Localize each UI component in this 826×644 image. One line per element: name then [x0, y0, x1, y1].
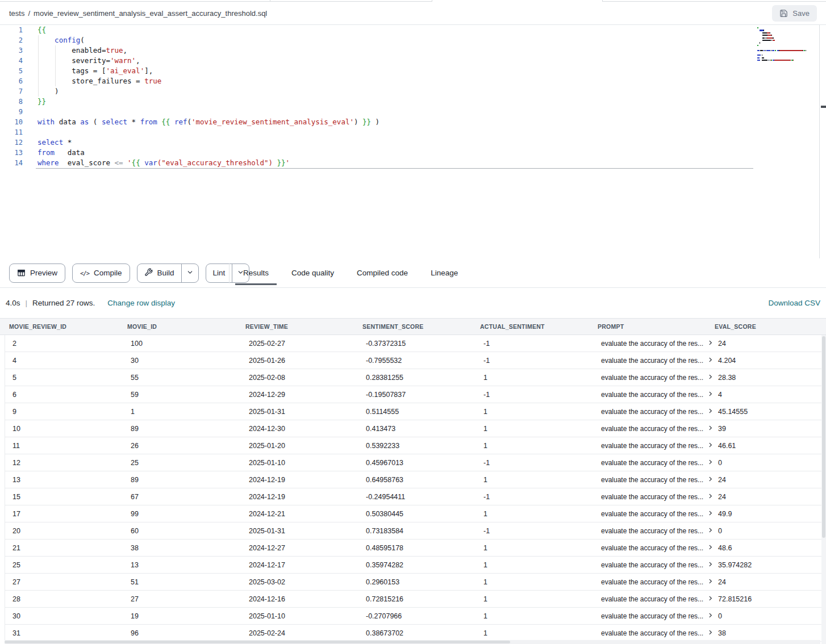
cell-review-time: 2025-02-08 [241, 374, 358, 382]
download-csv-link[interactable]: Download CSV [768, 299, 820, 307]
code-line[interactable]: 4 severity='warn', [0, 56, 826, 66]
cell-actual-sentiment: -1 [476, 459, 594, 467]
cell-prompt[interactable]: evaluate the accuracy of the res... [594, 476, 711, 484]
line-number: 7 [0, 86, 23, 97]
code-line[interactable]: 8}} [0, 97, 826, 107]
line-number: 12 [0, 137, 23, 148]
line-number: 9 [0, 107, 23, 117]
cell-prompt[interactable]: evaluate the accuracy of the res... [594, 612, 711, 620]
indent-guide [55, 45, 56, 86]
tab-code-quality[interactable]: Code quality [289, 258, 336, 287]
code-line[interactable]: 12select * [0, 137, 826, 148]
cell-sentiment-score: 0.64958763 [358, 476, 476, 484]
scrollbar-thumb[interactable] [5, 641, 510, 643]
build-dropdown-button[interactable] [181, 264, 198, 282]
table-row: 28272024-12-160.728152161evaluate the ac… [5, 591, 826, 608]
cell-prompt[interactable]: evaluate the accuracy of the res... [594, 391, 711, 399]
breadcrumb[interactable]: tests/movie_review_sentiment_analysis_ev… [9, 9, 267, 18]
code-line[interactable]: 1{{ [0, 25, 826, 35]
code-line[interactable]: 11 [0, 127, 826, 137]
cell-eval-score: 24 [711, 578, 826, 586]
lint-button[interactable]: Lint [206, 264, 232, 282]
query-duration: 4.0s [6, 299, 20, 307]
table-row: 11262025-01-200.53922331evaluate the acc… [5, 437, 826, 454]
prompt-text: evaluate the accuracy of the res... [601, 612, 703, 620]
cell-prompt[interactable]: evaluate the accuracy of the res... [594, 629, 711, 637]
cell-movie-review-id: 9 [5, 408, 123, 416]
cell-sentiment-score: 0.5392233 [358, 442, 476, 450]
cell-eval-score: 48.6 [711, 544, 826, 552]
code-text: config( [37, 35, 85, 45]
save-button[interactable]: Save [772, 5, 817, 22]
minimap[interactable] [757, 27, 816, 61]
cell-movie-id: 100 [123, 340, 241, 348]
results-table-header: MOVIE_REVIEW_IDMOVIE_IDREVIEW_TIMESENTIM… [0, 318, 826, 335]
indent-guide [38, 35, 39, 97]
cell-prompt[interactable]: evaluate the accuracy of the res... [594, 374, 711, 382]
prompt-text: evaluate the accuracy of the res... [601, 493, 703, 501]
editor-header: tests/movie_review_sentiment_analysis_ev… [0, 2, 826, 25]
cell-prompt[interactable]: evaluate the accuracy of the res... [594, 408, 711, 416]
prompt-text: evaluate the accuracy of the res... [601, 527, 703, 535]
cell-prompt[interactable]: evaluate the accuracy of the res... [594, 510, 711, 518]
compile-label: Compile [94, 269, 122, 277]
cell-prompt[interactable]: evaluate the accuracy of the res... [594, 442, 711, 450]
scrollbar-thumb[interactable] [822, 336, 825, 538]
column-header: PROMPT [589, 323, 706, 330]
cell-prompt[interactable]: evaluate the accuracy of the res... [594, 340, 711, 348]
rows-returned-message: Returned 27 rows. [32, 299, 95, 307]
tab-strip-segment [602, 0, 826, 2]
table-row: 15672024-12-19-0.24954411-1evaluate the … [5, 488, 826, 505]
ide-window: tests/movie_review_sentiment_analysis_ev… [0, 0, 826, 644]
compile-button[interactable]: </> Compile [72, 264, 130, 283]
code-line[interactable]: 9 [0, 107, 826, 117]
cell-sentiment-score: 0.413473 [358, 425, 476, 433]
table-row: 5552025-02-080.283812551evaluate the acc… [5, 369, 826, 386]
editor-right-border [819, 25, 820, 258]
table-row: 912025-01-310.51145551evaluate the accur… [5, 403, 826, 420]
change-row-display-link[interactable]: Change row display [107, 299, 175, 307]
cell-sentiment-score: -0.19507837 [358, 391, 476, 399]
cell-prompt[interactable]: evaluate the accuracy of the res... [594, 425, 711, 433]
sql-editor[interactable]: 1{{2 config(3 enabled=true,4 severity='w… [0, 25, 826, 258]
code-line[interactable]: 10with data as ( select * from {{ ref('m… [0, 117, 826, 127]
table-vertical-scrollbar[interactable] [821, 335, 826, 644]
cell-sentiment-score: -0.2707966 [358, 612, 476, 620]
cell-actual-sentiment: 1 [476, 561, 594, 569]
cell-movie-id: 99 [123, 510, 241, 518]
prompt-text: evaluate the accuracy of the res... [601, 595, 703, 603]
cell-movie-id: 19 [123, 612, 241, 620]
file-tab-strip [0, 0, 826, 2]
cell-eval-score: 0 [711, 612, 826, 620]
code-line[interactable]: 13from data [0, 148, 826, 158]
cell-prompt[interactable]: evaluate the accuracy of the res... [594, 357, 711, 365]
code-line[interactable]: 5 tags = ['ai_eval'], [0, 66, 826, 76]
tab-compiled-code[interactable]: Compiled code [354, 258, 410, 287]
table-row: 30192025-01-10-0.27079661evaluate the ac… [5, 608, 826, 625]
cell-prompt[interactable]: evaluate the accuracy of the res... [594, 527, 711, 535]
cell-prompt[interactable]: evaluate the accuracy of the res... [594, 578, 711, 586]
build-button[interactable]: Build [137, 264, 181, 282]
tab-results[interactable]: Results [241, 258, 271, 287]
code-line[interactable]: 3 enabled=true, [0, 45, 826, 56]
cell-prompt[interactable]: evaluate the accuracy of the res... [594, 493, 711, 501]
code-text: select * [37, 137, 72, 148]
line-number: 3 [0, 45, 23, 56]
cell-actual-sentiment: -1 [476, 340, 594, 348]
code-text: severity='warn', [37, 56, 140, 66]
code-line[interactable]: 7 ) [0, 86, 826, 97]
table-horizontal-scrollbar[interactable] [5, 640, 820, 644]
cell-prompt[interactable]: evaluate the accuracy of the res... [594, 459, 711, 467]
cell-prompt[interactable]: evaluate the accuracy of the res... [594, 595, 711, 603]
cell-prompt[interactable]: evaluate the accuracy of the res... [594, 561, 711, 569]
scrollbar-handle[interactable] [821, 106, 826, 108]
breadcrumb-folder[interactable]: tests [9, 9, 24, 18]
preview-button[interactable]: Preview [9, 264, 65, 283]
cell-movie-id: 89 [123, 425, 241, 433]
toolbar-divider [229, 263, 230, 283]
code-line[interactable]: 2 config( [0, 35, 826, 45]
tab-lineage[interactable]: Lineage [428, 258, 460, 287]
code-line[interactable]: 6 store_failures = true [0, 76, 826, 86]
code-line[interactable]: 14where eval_score <= '{{ var("eval_accu… [0, 158, 826, 168]
cell-prompt[interactable]: evaluate the accuracy of the res... [594, 544, 711, 552]
